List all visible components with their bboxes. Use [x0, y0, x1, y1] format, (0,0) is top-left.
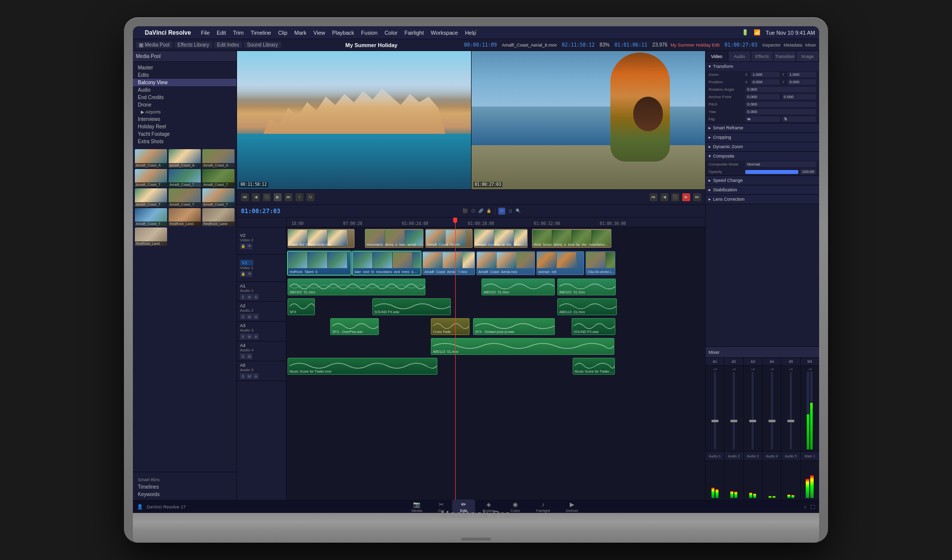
fader-a4[interactable]: +4 [763, 366, 781, 451]
clip-v2-1[interactable]: Layer 3rd Simple Underline [288, 229, 355, 248]
thumb-4[interactable]: Amalfi_Coast_T [135, 169, 167, 187]
pos-x-value[interactable]: 0.000 [751, 79, 779, 85]
v2-vis[interactable]: 👁 [246, 243, 252, 249]
clip-v2-3[interactable]: Amalfi_Coast_To ent [425, 229, 473, 248]
menu-trim[interactable]: Trim [233, 30, 244, 36]
menu-view[interactable]: View [313, 30, 325, 36]
tl-btn-4[interactable]: 🔒 [486, 208, 492, 214]
tl-btn-3[interactable]: 🔗 [478, 208, 484, 214]
smart-bin-timelines[interactable]: Timelines [133, 483, 237, 491]
workspace-tab-deliver[interactable]: ▶ Deliver [558, 500, 586, 513]
bin-interviews[interactable]: Interviews [133, 115, 237, 123]
thumb-12[interactable]: RedRock_Land [202, 208, 235, 226]
clip-v1-1[interactable]: redRock_Talent_b [288, 251, 351, 275]
stop-btn[interactable]: ⬛ [263, 193, 271, 201]
clip-a3-1[interactable]: SFX - OverPea.wav [330, 318, 379, 335]
bin-end-credits[interactable]: End Credits [133, 94, 237, 101]
thumb-13[interactable]: RedRock_Land [135, 227, 167, 246]
v1-lock[interactable]: 🔒 [240, 271, 246, 277]
thumb-7[interactable]: Amalfi_Coast_T [135, 188, 167, 207]
mark-in-btn[interactable]: I [296, 193, 303, 201]
sound-library-tab[interactable]: Sound Library [244, 42, 281, 48]
mark-out-btn[interactable]: O [306, 193, 314, 201]
menu-timeline[interactable]: Timeline [250, 30, 271, 36]
bin-master[interactable]: Master [133, 64, 237, 71]
menu-fairlight[interactable]: Fairlight [405, 30, 424, 36]
inspector-tab-effects[interactable]: Effects [751, 51, 774, 61]
a2-a[interactable]: A [253, 314, 259, 320]
media-pool-tab[interactable]: ▦ Media Pool [136, 42, 173, 48]
thumb-2[interactable]: Amalfi_Coast_A [169, 149, 201, 168]
dynamic-zoom-header[interactable]: ▸ Dynamic Zoom [706, 142, 819, 151]
go-to-in-btn[interactable]: ⏮ [241, 193, 249, 201]
clip-a5-2[interactable]: Music Score for Trailer.mov [573, 358, 615, 375]
bin-dropdown[interactable]: Media Pool [136, 54, 161, 59]
opacity-value[interactable]: 100.00 [800, 169, 816, 174]
fader-a2[interactable]: +4 [724, 366, 743, 451]
clip-a5-1[interactable]: Music Score for Trailer.mov [288, 358, 437, 375]
tl-btn-2[interactable]: ⬡ [470, 208, 476, 214]
flip-v-value[interactable]: ⇅ [782, 116, 817, 122]
prog-play[interactable]: ▶ [682, 193, 690, 201]
transform-header[interactable]: ▾ Transform [706, 62, 819, 71]
metadata-icon[interactable]: Metadata [783, 43, 802, 48]
zoom-x-value[interactable]: 1.000 [751, 72, 779, 77]
smart-reframe-header[interactable]: ▸ Smart Reframe [706, 123, 819, 132]
a3-a[interactable]: A [253, 334, 259, 339]
play-btn[interactable]: ▶ [274, 193, 282, 201]
bin-extra-shots[interactable]: Extra Shots [133, 138, 237, 145]
clip-v2-2[interactable]: mountains_along_a_lake_aerial_by Roma [365, 229, 423, 248]
bin-drone[interactable]: Drone [133, 101, 237, 109]
menu-file[interactable]: File [201, 30, 210, 36]
effects-library-tab[interactable]: Effects Library [175, 42, 212, 48]
thumb-10[interactable]: Amalfi_Coast_T [135, 208, 167, 226]
composite-header[interactable]: ▾ Composite [706, 152, 819, 161]
a5-s[interactable]: S [240, 373, 246, 379]
clip-a3-3[interactable]: SOUND FX.wav [572, 318, 615, 335]
clip-v1-5[interactable]: woman_roll [536, 251, 584, 275]
play-reverse-btn[interactable]: ◀ [252, 193, 260, 201]
bin-yacht-footage[interactable]: Yacht Footage [133, 130, 237, 138]
clip-a1-2[interactable]: AB0102_01.mov [481, 279, 555, 295]
go-to-out-btn[interactable]: ⏭ [285, 193, 293, 201]
clip-v1-6[interactable]: Clip-04-vector-img [586, 251, 615, 275]
tl-razor-btn[interactable]: ✂ [498, 208, 505, 215]
inspector-tab-transition[interactable]: Transition [774, 51, 796, 61]
clip-a2-1[interactable]: SFX [288, 298, 315, 315]
thumb-6[interactable]: Amalfi_Coast_T [202, 169, 235, 187]
v1-vis[interactable]: 👁 [246, 271, 252, 277]
anchor-y[interactable]: 0.000 [782, 94, 817, 100]
v2-lock[interactable]: 🔒 [240, 243, 246, 249]
a3-m[interactable]: M [246, 334, 252, 339]
fader-a5[interactable]: +4 [781, 366, 800, 451]
bin-balcony-view[interactable]: Balcony View [133, 79, 237, 86]
pitch-value[interactable]: 0.000 [745, 102, 816, 107]
menu-color[interactable]: Color [384, 30, 397, 36]
workspace-tab-fairlight[interactable]: ♪ Fairlight [528, 500, 558, 513]
clip-a1-3[interactable]: AB0102_01.mov [557, 279, 616, 295]
prog-stop[interactable]: ⬛ [671, 193, 679, 201]
bin-audio[interactable]: Audio [133, 86, 237, 94]
workspace-tab-media[interactable]: 📷 Media [404, 500, 430, 513]
inspector-tab-image[interactable]: Image [796, 51, 819, 61]
stabilization-header[interactable]: ▸ Stabilization [706, 185, 819, 194]
flip-value[interactable]: ⇆ [745, 116, 780, 122]
yaw-value[interactable]: 0.000 [745, 109, 816, 114]
clip-a4-1[interactable]: AB0113_01.mov [431, 338, 614, 355]
prog-go-to-out[interactable]: ⏭ [693, 193, 701, 201]
crossfade-clip[interactable]: Cross Fade [431, 318, 470, 335]
thumb-11[interactable]: RedRock_Land [169, 208, 201, 226]
bin-holiday-reel[interactable]: Holiday Reel [133, 123, 237, 130]
a3-s[interactable]: S [240, 334, 246, 339]
tl-select-btn[interactable]: ◻ [507, 208, 513, 214]
clip-v1-2[interactable]: lake_next_to_mountains_and_trees_aerial_… [353, 251, 421, 275]
clip-v2-4[interactable]: people_running_at_the_beach_in_brig [474, 229, 528, 248]
mixer-icon[interactable]: Mixer [805, 43, 816, 48]
inspector-tab-audio[interactable]: Audio [728, 51, 751, 61]
thumb-8[interactable]: Amalfi_Coast_T [169, 188, 201, 207]
clip-v2-5[interactable]: thick_forest_along_a_lake_by_the_mountai… [532, 229, 611, 248]
zoom-y-value[interactable]: 1.000 [787, 72, 816, 77]
cropping-header[interactable]: ▸ Cropping [706, 133, 819, 142]
tl-zoom-in[interactable]: 🔍 [515, 208, 521, 214]
media-pool-header[interactable]: Media Pool [133, 51, 237, 62]
